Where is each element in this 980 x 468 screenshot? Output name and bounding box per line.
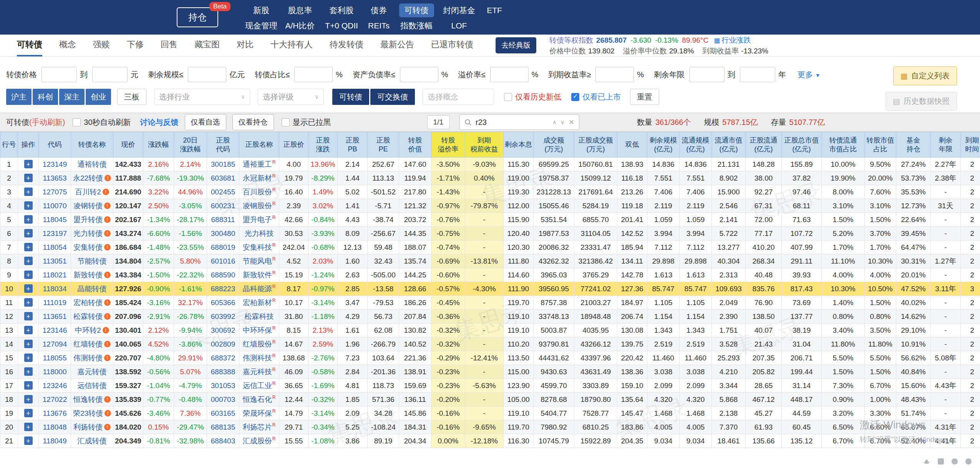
market-button[interactable]: 深主 (59, 89, 85, 105)
bond-name-link[interactable]: 嘉元转债 (78, 368, 107, 376)
col-header-yr[interactable]: 剩余 年限 (931, 132, 961, 158)
code-link[interactable]: 605366 (211, 299, 235, 307)
code-link[interactable]: 601016 (211, 257, 235, 265)
bond-type-button[interactable]: 可交换债 (370, 89, 415, 105)
table-row[interactable]: 7+118054安集转债!186.684-1.48%-23.55%688019安… (0, 241, 980, 254)
holdings-only-button[interactable]: 仅看持仓 (232, 114, 274, 130)
stock-name-link[interactable]: 恒逸石化 (243, 395, 272, 403)
code-link[interactable]: 118000 (43, 368, 67, 376)
add-watch-icon[interactable]: + (24, 381, 33, 390)
stock-name-link[interactable]: 百川股份 (243, 188, 272, 196)
stock-name-link[interactable]: 伟测科技 (243, 354, 272, 362)
add-watch-icon[interactable]: + (24, 243, 33, 251)
nav-item[interactable]: 新股 (253, 5, 269, 16)
bond-name-link[interactable]: 盟升转债 (73, 216, 103, 224)
stock-name-link[interactable]: 汇成股份 (243, 437, 272, 445)
nav-item[interactable]: ETF (487, 6, 502, 15)
nav-item[interactable]: 套利股 (330, 5, 354, 16)
code-link[interactable]: 603992 (211, 312, 235, 320)
classic-version-button[interactable]: 去经典版 (496, 37, 536, 53)
add-watch-icon[interactable]: + (24, 271, 33, 279)
code-link[interactable]: 118034 (43, 285, 67, 293)
code-link[interactable]: 002455 (211, 188, 235, 196)
stock-name-link[interactable]: 节能风电 (243, 257, 272, 265)
code-link[interactable]: 118049 (43, 437, 67, 445)
code-link[interactable]: 113653 (43, 174, 67, 182)
code-link[interactable]: 688311 (211, 216, 235, 224)
nav-item[interactable]: 股息率 (288, 5, 312, 16)
add-watch-icon[interactable]: + (24, 160, 33, 168)
tab-8[interactable]: 十大持有人 (270, 35, 313, 56)
feedback-link[interactable]: 讨论与反馈 (140, 117, 179, 128)
manual-refresh-link[interactable]: (手动刷新) (29, 117, 65, 128)
code-link[interactable]: 127075 (43, 188, 67, 196)
ratio-input[interactable] (294, 67, 333, 82)
bond-name-link[interactable]: 利扬转债 (73, 423, 103, 431)
bond-name-link[interactable]: 通裕转债 (78, 160, 107, 168)
table-row[interactable]: 3+127075百川转2!214.6903.22%44.96%002455百川股… (0, 185, 980, 199)
years-max-input[interactable] (740, 67, 775, 82)
bond-name-link[interactable]: 节能转债 (78, 257, 107, 265)
table-row[interactable]: 20+118048利扬转债!184.0200.15%-29.47%688135利… (0, 420, 980, 434)
col-header-chg20[interactable]: 20日 涨跌幅 (174, 132, 207, 158)
nav-item[interactable]: T+0 QDII (325, 21, 358, 30)
bond-name-link[interactable]: 百川转2 (75, 188, 101, 196)
page-indicator[interactable]: 1/1 (427, 115, 449, 129)
bond-name-link[interactable]: 宏柏转债 (73, 299, 103, 307)
col-header-stmv[interactable]: 正股总市值 (亿元) (782, 132, 822, 158)
debt-input[interactable] (400, 67, 438, 82)
industry-link[interactable]: 行业涨跌 (721, 36, 751, 44)
tray-network-icon[interactable] (952, 458, 958, 465)
bond-name-link[interactable]: 红墙转债 (73, 340, 103, 348)
history-snapshot-button[interactable]: ▤ 历史数据快照 (885, 92, 957, 111)
add-watch-icon[interactable]: + (24, 201, 33, 210)
bond-name-link[interactable]: 恒逸转债 (73, 395, 103, 403)
table-row[interactable]: 16+118000嘉元转债138.592-0.56%5.07%688388嘉元科… (0, 365, 980, 379)
stock-name-link[interactable]: 中环环保 (243, 326, 272, 334)
code-link[interactable]: 688019 (211, 243, 235, 251)
code-link[interactable]: 118048 (43, 423, 67, 431)
show-blocked-checkbox-row[interactable]: 显示已拉黑 (282, 117, 331, 128)
col-header-fund[interactable]: 基金 持仓 (896, 132, 931, 158)
add-watch-icon[interactable]: + (24, 326, 33, 334)
col-header-chg[interactable]: 涨跌幅 (143, 132, 174, 158)
table-row[interactable]: 8+113051节能转债134.804-2.57%5.80%601016节能风电… (0, 254, 980, 268)
bond-name-link[interactable]: 松霖转债 (73, 312, 103, 320)
table-row[interactable]: 19+113676荣23转债!145.626-3.46%7.36%603165荣… (0, 407, 980, 420)
table-row[interactable]: 6+123197光力转债!143.274-6.60%-1.56%300480光力… (0, 227, 980, 241)
holdings-button[interactable]: 持仓 Beta (177, 7, 218, 27)
tab-11[interactable]: 已退市转债 (431, 35, 473, 56)
market-button[interactable]: 创业 (86, 89, 111, 105)
search-box[interactable]: r23 ∧ ∨ ✕ (459, 115, 579, 130)
bond-name-link[interactable]: 晶能转债 (78, 285, 107, 293)
tab-3[interactable]: 强赎 (93, 35, 110, 56)
code-link[interactable]: 002809 (211, 340, 235, 348)
price-max-input[interactable] (92, 67, 128, 82)
more-filters-link[interactable]: 更多 ▼ (798, 70, 820, 80)
col-header-ytm[interactable]: 到期 税前收益 (465, 132, 504, 158)
table-row[interactable]: 2+113653永22转债!117.888-7.68%-19.30%603681… (0, 171, 980, 185)
col-header-sname[interactable]: 正股名称 (239, 132, 279, 158)
tab-10[interactable]: 最新公告 (380, 35, 414, 56)
col-header-clip[interactable]: 到期 时间 (961, 132, 980, 158)
code-link[interactable]: 110070 (43, 202, 67, 210)
bond-name-link[interactable]: 安集转债 (73, 243, 103, 251)
nav-item[interactable]: 现金管理 (245, 20, 277, 31)
stock-name-link[interactable]: 松霖科技 (245, 312, 274, 320)
stock-name-link[interactable]: 光力科技 (245, 229, 274, 237)
stock-name-link[interactable]: 红墙股份 (243, 340, 272, 348)
search-clear-icon[interactable]: ✕ (569, 118, 574, 126)
add-watch-icon[interactable]: + (24, 312, 33, 320)
col-header-cr[interactable]: 转股市值 占比 (865, 132, 896, 158)
table-row[interactable]: 9+118021新致转债!143.384-1.50%-22.32%688590新… (0, 268, 980, 282)
code-link[interactable]: 123197 (43, 229, 67, 237)
code-link[interactable]: 127094 (43, 340, 67, 348)
col-header-price[interactable]: 现价 (113, 132, 143, 158)
add-watch-icon[interactable]: + (24, 284, 33, 293)
bond-type-button[interactable]: 可转债 (332, 89, 369, 105)
nav-item[interactable]: 指数涨幅 (400, 20, 433, 31)
show-blocked-checkbox[interactable] (282, 118, 290, 126)
bond-name-link[interactable]: 伟测转债 (73, 354, 103, 362)
code-link[interactable]: 113676 (43, 409, 67, 417)
bond-name-link[interactable]: 新致转债 (73, 271, 103, 279)
